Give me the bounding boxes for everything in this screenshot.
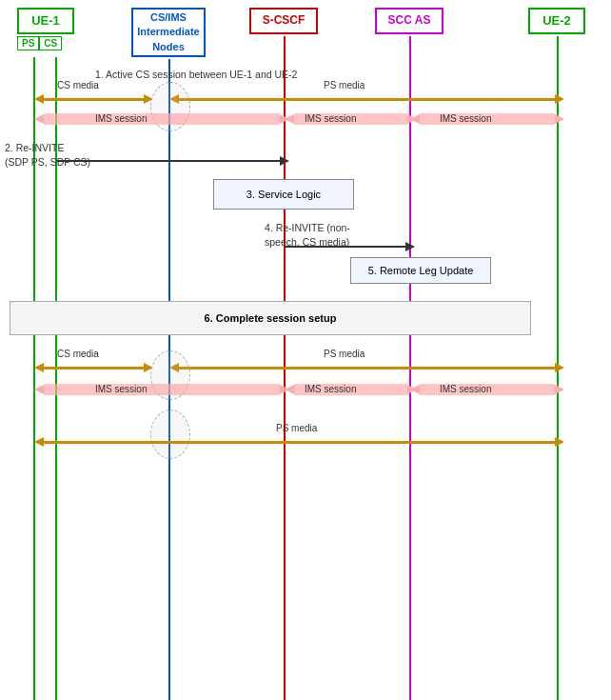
cs-media-arrow-1 (34, 91, 153, 107)
ims-session-arrow-2a (34, 383, 289, 396)
actor-scc-as: SCC AS (375, 8, 443, 34)
ps-media-label-bottom: PS media (276, 423, 317, 433)
cs-media-label-2: CS media (57, 349, 99, 359)
ims-session-label-1a: IMS session (95, 113, 147, 124)
sub-boxes: PS CS (17, 36, 62, 50)
ims-session-label-2b: IMS session (305, 384, 356, 394)
step2-arrow (56, 154, 289, 168)
ps-box: PS (17, 36, 39, 50)
cs-media-label-1: CS media (57, 80, 99, 90)
actor-ue1: UE-1 (17, 8, 74, 34)
ims-session-label-1c: IMS session (440, 113, 491, 124)
actor-ue2: UE-2 (528, 8, 585, 34)
step1-label: 1. Active CS session between UE-1 and UE… (95, 69, 297, 80)
ps-media-arrow-1 (169, 91, 564, 107)
actor-scscf: S-CSCF (249, 8, 318, 34)
cs-box: CS (39, 36, 62, 50)
ps-media-arrow-bottom (34, 434, 564, 450)
ims-session-label-2c: IMS session (440, 384, 491, 394)
ps-media-label-1: PS media (324, 80, 365, 90)
sequence-diagram: UE-1 PS CS CS/IMSIntermediateNodes S-CSC… (0, 0, 611, 700)
ps-media-arrow-2 (169, 360, 564, 375)
ps-media-label-2: PS media (324, 349, 365, 359)
ims-session-label-2a: IMS session (95, 384, 147, 394)
step4-arrow (285, 240, 415, 253)
ims-session-label-1b: IMS session (305, 113, 356, 124)
ims-session-arrow-1a (34, 112, 289, 126)
cs-media-arrow-2 (34, 360, 153, 375)
complete-session-box: 6. Complete session setup (10, 301, 531, 335)
actor-cs-ims: CS/IMSIntermediateNodes (131, 8, 206, 57)
remote-leg-box: 5. Remote Leg Update (350, 257, 491, 284)
service-logic-box: 3. Service Logic (213, 179, 354, 210)
